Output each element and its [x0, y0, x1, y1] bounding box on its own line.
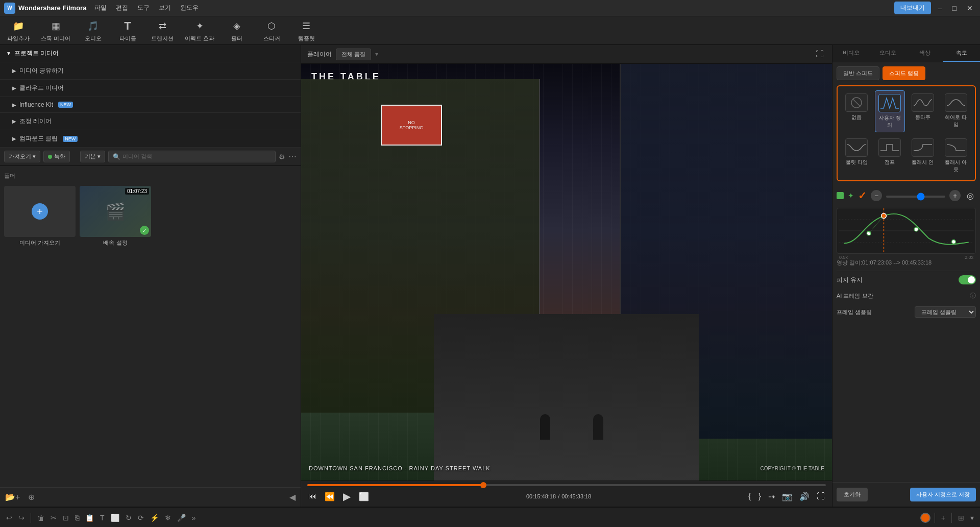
view-mode-button[interactable]: 기본 ▾: [80, 151, 105, 162]
quality-button[interactable]: 전체 품질: [336, 49, 371, 60]
progress-handle[interactable]: [480, 482, 486, 488]
copy-button[interactable]: ⎘: [73, 512, 81, 523]
text-button[interactable]: T: [98, 512, 107, 523]
undo-button[interactable]: ↩: [4, 512, 14, 523]
tool-sticker[interactable]: ⬡ 스티커: [259, 19, 284, 42]
speed-option-flash-in[interactable]: 플래시 인: [908, 135, 938, 176]
menu-file[interactable]: 파일: [94, 4, 107, 12]
progress-bar[interactable]: [307, 484, 826, 486]
player-label: 플레이어: [307, 50, 332, 59]
cut-button[interactable]: ✂: [48, 512, 59, 523]
menu-view[interactable]: 보기: [159, 4, 171, 12]
screenshot-button[interactable]: 📷: [781, 491, 793, 502]
more-tools-btn[interactable]: »: [190, 512, 198, 523]
ai-info-icon: ⓘ: [970, 292, 976, 300]
record-button-tl[interactable]: [920, 513, 930, 523]
fullscreen-button[interactable]: ⛶: [816, 491, 826, 502]
speed-option-montage[interactable]: 몽타주: [908, 90, 938, 132]
tool-file-add[interactable]: 📁 파일추가: [6, 19, 31, 42]
speed-option-jump[interactable]: 점프: [875, 135, 905, 176]
speed-minus-button[interactable]: −: [871, 190, 882, 201]
crop2-button[interactable]: ⬜: [109, 512, 121, 523]
tool-audio[interactable]: 🎵 오디오: [81, 19, 105, 42]
frame-sampling-select[interactable]: 프레임 샘플링 광류: [915, 306, 976, 318]
speed-btn[interactable]: ⚡: [148, 512, 161, 523]
tool-title[interactable]: T 타이틀: [115, 19, 140, 42]
tool-stock-media[interactable]: ▦ 스톡 미디어: [41, 19, 70, 42]
mirror-button[interactable]: ⟳: [136, 512, 146, 523]
delete-button[interactable]: 🗑: [35, 512, 46, 523]
mark-in-button[interactable]: {: [747, 491, 752, 502]
add-media-area[interactable]: +: [4, 186, 76, 237]
app-title: Wondershare Filmora: [18, 4, 86, 12]
section-share-media[interactable]: ▶ 미디어 공유하기: [0, 62, 301, 80]
add-folder-button[interactable]: 📂+: [3, 491, 22, 504]
right-panel: 비디오 오디오 색상 속도 일반 스피드 스피드 램핑: [832, 45, 980, 507]
video-item-thumb[interactable]: 🎬 01:07:23 ✓ 배속 설정: [80, 186, 151, 247]
speed-plus-button[interactable]: +: [949, 190, 961, 201]
section-influence-kit[interactable]: ▶ Influence Kit NEW: [0, 97, 301, 113]
maximize-button[interactable]: □: [949, 3, 960, 13]
speed-slider[interactable]: [886, 196, 945, 198]
export-button[interactable]: 내보내기: [894, 2, 931, 14]
voice-btn[interactable]: 🎤: [175, 512, 188, 523]
freeze-toggle[interactable]: [959, 275, 976, 284]
preview-expand-icon[interactable]: ⛶: [814, 48, 826, 60]
add-media-thumb[interactable]: + 미디어 가져오기: [4, 186, 76, 247]
filter-options-icon[interactable]: ⚙: [279, 153, 285, 161]
stop-button[interactable]: ⬜: [358, 491, 370, 502]
layout-btn[interactable]: ⊞: [956, 512, 966, 523]
speed-option-custom[interactable]: 사용자 정의: [875, 90, 905, 132]
speed-option-bullet[interactable]: 불릿 타임: [842, 135, 872, 176]
speed-option-flash-out[interactable]: 플래시 아웃: [941, 135, 971, 176]
close-button[interactable]: ✕: [964, 3, 976, 13]
crop-button[interactable]: ⊡: [61, 512, 71, 523]
clip-mode-button[interactable]: ⇢: [767, 491, 776, 502]
video-thumbnail[interactable]: 🎬 01:07:23 ✓: [80, 186, 151, 237]
section-compound-clip[interactable]: ▶ 컴파운드 클립 NEW: [0, 130, 301, 148]
custom-save-button[interactable]: 사용자 지정으로 저장: [910, 488, 976, 501]
collapse-panel[interactable]: ◀: [287, 491, 298, 504]
tab-audio[interactable]: 오디오: [869, 45, 906, 62]
mark-out-button[interactable]: }: [757, 491, 762, 502]
volume-button[interactable]: 🔊: [798, 491, 811, 502]
speed-option-none[interactable]: 없음: [842, 90, 872, 132]
import-button[interactable]: 가져오기 ▾: [4, 151, 40, 162]
add-keyframe-button[interactable]: ◎: [965, 190, 976, 201]
section-project-media[interactable]: ▼ 프로젝트 미디어: [0, 45, 301, 62]
normal-speed-tab[interactable]: 일반 스피드: [837, 66, 879, 80]
freeze-row: 피지 유지: [837, 271, 976, 289]
menu-tools[interactable]: 도구: [137, 4, 150, 12]
tool-template[interactable]: ☰ 템플릿: [294, 19, 318, 42]
paste-button[interactable]: 📋: [83, 512, 96, 523]
left-panel: ▼ 프로젝트 미디어 ▶ 미디어 공유하기 ▶ 클라우드 미디어 ▶ Influ…: [0, 45, 301, 507]
section-adjustment[interactable]: ▶ 조정 레이어: [0, 113, 301, 130]
settings-tl[interactable]: ▾: [968, 512, 976, 523]
redo-button[interactable]: ↪: [16, 512, 27, 523]
ramping-speed-tab[interactable]: 스피드 램핑: [883, 66, 925, 80]
record-button[interactable]: 녹화: [43, 151, 70, 162]
tool-effect[interactable]: ✦ 이펙트 효과: [185, 19, 214, 42]
zoom-in-tl[interactable]: +: [939, 512, 947, 523]
tool-transition[interactable]: ⇄ 트랜지션: [150, 19, 175, 42]
section-cloud-media[interactable]: ▶ 클라우드 미디어: [0, 80, 301, 97]
play-button[interactable]: ▶: [342, 489, 352, 504]
step-backward-button[interactable]: ⏪: [324, 491, 336, 502]
tab-speed[interactable]: 속도: [943, 45, 980, 62]
skip-backward-button[interactable]: ⏮: [307, 491, 317, 502]
add-smart-album[interactable]: ⊕: [26, 491, 37, 504]
section-arrow: ▼: [6, 51, 11, 56]
search-icon: 🔍: [113, 153, 120, 160]
tool-filter[interactable]: ◈ 필터: [225, 19, 249, 42]
speed-option-hero[interactable]: 히어로 타임: [941, 90, 971, 132]
freeze-btn[interactable]: ❄: [163, 512, 173, 523]
tab-video[interactable]: 비디오: [832, 45, 869, 62]
more-options-icon[interactable]: ⋯: [288, 152, 297, 161]
reset-button[interactable]: 초기화: [837, 488, 868, 501]
rotate-button[interactable]: ↻: [124, 512, 134, 523]
video-copyright: COPYRIGHT © THE TABLE: [760, 466, 824, 471]
minimize-button[interactable]: –: [935, 3, 945, 13]
tab-color[interactable]: 색상: [906, 45, 943, 62]
menu-edit[interactable]: 편집: [116, 4, 128, 12]
menu-window[interactable]: 윈도우: [180, 4, 199, 12]
